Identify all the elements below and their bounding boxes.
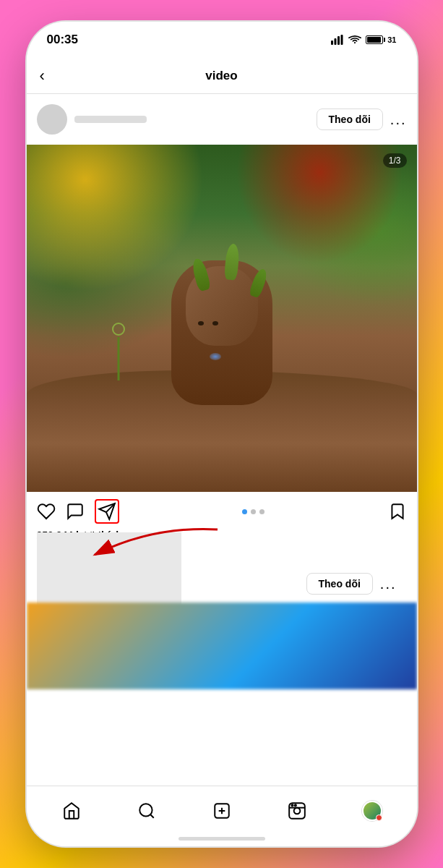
- like-button[interactable]: [37, 502, 56, 521]
- search-icon: [137, 801, 156, 820]
- profile-notification-dot: [376, 814, 382, 821]
- back-button[interactable]: ‹: [40, 67, 45, 85]
- svg-rect-3: [341, 35, 343, 45]
- profile-avatar: [362, 801, 382, 821]
- username: [74, 116, 147, 123]
- post1-image: 1/3: [27, 145, 417, 492]
- reels-icon: [288, 801, 306, 820]
- post1-actions: [37, 499, 407, 524]
- carousel-dots: [129, 509, 378, 514]
- svg-point-13: [293, 807, 300, 814]
- dot-3: [259, 509, 264, 514]
- bookmark-button[interactable]: [388, 502, 407, 521]
- nav-home[interactable]: [34, 801, 109, 820]
- post2: Theo dõi ...: [27, 556, 417, 603]
- home-icon: [62, 801, 81, 820]
- post2-actions-right: Theo dõi ...: [306, 566, 407, 595]
- svg-point-15: [291, 804, 293, 806]
- phone-frame: 00:35 31: [27, 22, 417, 846]
- signal-icon: [331, 35, 344, 45]
- svg-point-16: [294, 804, 296, 806]
- dot-2: [251, 509, 256, 514]
- nav-search[interactable]: [109, 801, 184, 820]
- status-icons: 31: [331, 35, 396, 45]
- home-indicator: [179, 837, 265, 841]
- follow-button[interactable]: Theo dõi: [317, 109, 383, 130]
- nav-bar: ‹ video: [27, 58, 417, 94]
- post1-header: Theo dõi ...: [27, 94, 417, 145]
- share-button[interactable]: [95, 499, 119, 524]
- image-counter: 1/3: [383, 153, 407, 168]
- avatar: [37, 104, 67, 135]
- svg-line-8: [150, 814, 154, 818]
- more-button-2[interactable]: ...: [380, 576, 397, 592]
- follow-button-2[interactable]: Theo dõi: [306, 573, 373, 595]
- svg-rect-1: [335, 38, 337, 45]
- comment-button[interactable]: [66, 502, 85, 521]
- svg-rect-2: [337, 36, 340, 45]
- add-icon: [212, 801, 231, 820]
- svg-rect-0: [331, 41, 333, 45]
- page-title: video: [205, 69, 237, 83]
- groot-scene: [27, 145, 417, 492]
- battery-icon: 31: [366, 35, 396, 44]
- nav-add[interactable]: [184, 801, 259, 820]
- nav-reels[interactable]: [259, 801, 335, 820]
- content-area: Theo dõi ...: [27, 94, 417, 786]
- post-actions-right: Theo dõi ...: [317, 109, 407, 130]
- status-bar: 00:35 31: [27, 22, 417, 58]
- wifi-icon: [348, 35, 361, 45]
- svg-point-7: [139, 804, 152, 816]
- status-time: 00:35: [47, 33, 78, 47]
- more-button[interactable]: ...: [390, 111, 407, 128]
- post2-header: Theo dõi ...: [27, 556, 417, 603]
- dot-1: [242, 509, 247, 514]
- post-user-info: [74, 116, 309, 123]
- groot-glow: [210, 353, 221, 360]
- nav-profile[interactable]: [335, 801, 410, 821]
- groot-eyes: [198, 321, 218, 326]
- small-plant: [97, 323, 140, 380]
- bottom-blurred-image: [27, 603, 417, 689]
